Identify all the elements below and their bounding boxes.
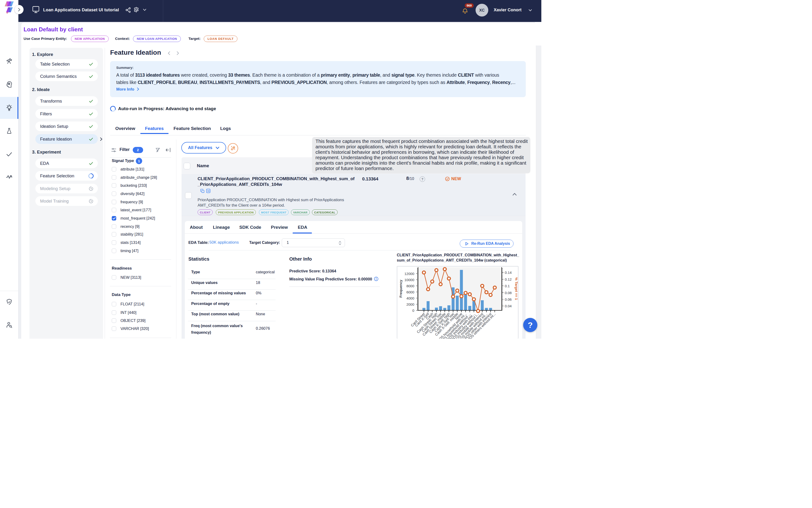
svg-text:4000: 4000 xyxy=(406,296,414,300)
svg-text:0.06: 0.06 xyxy=(505,297,512,301)
svg-text:0.14: 0.14 xyxy=(505,270,512,274)
svg-text:% Target == 1: % Target == 1 xyxy=(514,277,518,300)
svg-text:0.1: 0.1 xyxy=(505,284,510,288)
svg-text:Frequency: Frequency xyxy=(399,280,403,298)
svg-text:0.08: 0.08 xyxy=(505,291,512,295)
svg-text:0: 0 xyxy=(412,308,414,312)
svg-text:10000: 10000 xyxy=(404,278,414,282)
svg-text:0.04: 0.04 xyxy=(505,304,512,308)
svg-text:8000: 8000 xyxy=(406,284,414,288)
svg-text:2000: 2000 xyxy=(406,302,414,306)
svg-text:0.12: 0.12 xyxy=(505,277,512,281)
svg-text:12000: 12000 xyxy=(404,272,414,276)
svg-text:6000: 6000 xyxy=(406,290,414,294)
svg-text:ID: ID xyxy=(207,190,210,192)
